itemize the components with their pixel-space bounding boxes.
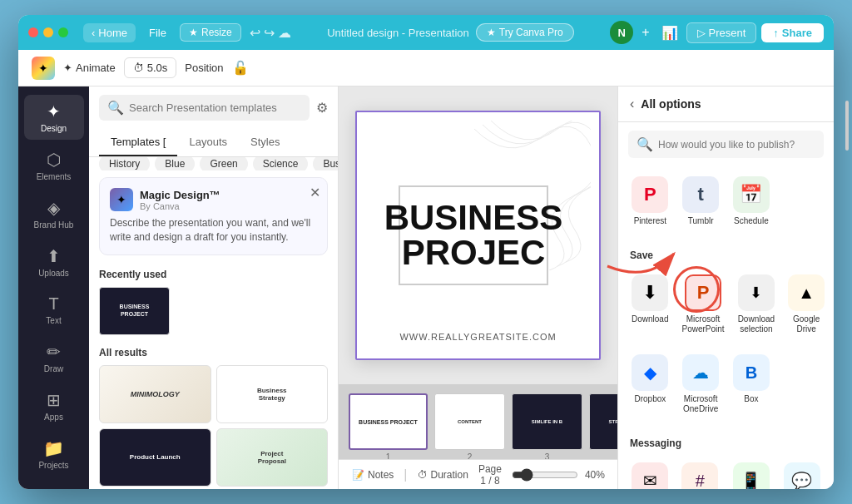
tag-blue[interactable]: Blue	[155, 157, 195, 170]
animate-button[interactable]: ✦ Animate	[63, 62, 116, 74]
pinterest-icon: P	[632, 176, 668, 213]
slide-frame: BUSINESS PROJEC WWW.REALLYGREATSITE.COM	[355, 111, 601, 360]
pub-item-schedule[interactable]: 📅 Schedule	[730, 173, 774, 230]
pub-item-box[interactable]: B Box	[730, 351, 774, 418]
position-button[interactable]: Position	[185, 62, 223, 74]
sidebar-item-text[interactable]: T Text	[24, 288, 84, 332]
template-grid: MINIMOLOGY BusinessStrategy Product Laun…	[89, 362, 338, 489]
pub-item-dropbox[interactable]: ◆ Dropbox	[628, 351, 672, 418]
template-minimalism[interactable]: MINIMOLOGY	[99, 365, 211, 423]
pub-item-pinterest[interactable]: P Pinterest	[628, 173, 672, 230]
strip-slide-3[interactable]: SIMLIFE IN B	[512, 393, 582, 450]
tag-science[interactable]: Science	[253, 157, 309, 170]
pub-item-dl-selection[interactable]: ⬇ Download selection	[735, 271, 778, 338]
pub-item-tumblr[interactable]: t Tumblr	[679, 173, 723, 230]
sidebar-item-brand-hub[interactable]: ◈ Brand Hub	[24, 191, 84, 236]
filter-button[interactable]: ⚙	[316, 100, 328, 116]
back-button[interactable]: ‹	[630, 96, 634, 111]
publish-header: ‹ All options	[618, 86, 834, 122]
publish-title: All options	[641, 97, 701, 111]
present-button[interactable]: ▷ Present	[686, 22, 757, 43]
tab-layouts[interactable]: Layouts	[177, 129, 239, 156]
magic-icon: ✦	[110, 188, 133, 211]
sidebar-item-apps[interactable]: ⊞ Apps	[24, 383, 84, 428]
strip-slide-1[interactable]: BUSINESS PROJECT	[349, 393, 428, 450]
tab-styles[interactable]: Styles	[239, 129, 291, 156]
strip-slide-4[interactable]: STRATEGIES	[589, 393, 617, 450]
slide-content: BUSINESS PROJEC WWW.REALLYGREATSITE.COM	[357, 112, 599, 358]
minimize-button[interactable]	[43, 27, 53, 37]
cloud-button[interactable]: ☁	[278, 25, 291, 41]
titlebar-center: Untitled design - Presentation ★ Try Can…	[298, 23, 604, 42]
slack-icon: #	[681, 462, 718, 489]
slide-title: BUSINESS PROJEC	[384, 200, 563, 270]
recent-template-thumb[interactable]: BUSINESSPROJECT	[99, 287, 170, 335]
imessage-icon: 💬	[784, 462, 820, 489]
notes-button[interactable]: 📝 Notes	[352, 469, 394, 481]
share-button[interactable]: ↑ Share	[761, 23, 824, 42]
duration-button[interactable]: ⏱ Duration	[418, 469, 468, 481]
search-icon: 🔍	[637, 136, 653, 152]
home-button[interactable]: ‹ Home	[83, 23, 136, 42]
email-icon: ✉	[632, 462, 668, 489]
sidebar-item-design[interactable]: ✦ Design	[24, 95, 84, 140]
star-icon: ★	[189, 27, 198, 38]
sidebar-item-elements[interactable]: ⬡ Elements	[24, 143, 84, 188]
save-section-label: Save	[618, 243, 834, 264]
avatar[interactable]: N	[610, 21, 633, 44]
search-wrapper: 🔍	[99, 95, 310, 121]
box-icon: B	[733, 354, 770, 391]
pub-item-powerpoint[interactable]: P Microsoft PowerPoint	[678, 271, 727, 338]
sidebar-item-projects[interactable]: 📁 Projects	[24, 432, 84, 477]
sidebar-item-audio[interactable]: ♪ Audio	[24, 480, 84, 489]
messaging-section-label: Messaging	[618, 431, 834, 452]
pub-item-gdrive[interactable]: ▲ Google Drive	[785, 271, 828, 338]
magic-card-close[interactable]: ✕	[310, 185, 320, 200]
template-business[interactable]: BusinessStrategy	[216, 365, 329, 423]
pub-item-download[interactable]: ⬇ Download	[628, 271, 671, 338]
magic-description: Describe the presentation you want, and …	[110, 216, 317, 245]
slide-box: BUSINESS PROJEC	[399, 185, 548, 285]
strip-slide-2[interactable]: CONTENT	[434, 393, 505, 450]
tag-green[interactable]: Green	[200, 157, 247, 170]
document-title: Untitled design - Presentation	[327, 27, 469, 39]
animate-icon: ✦	[63, 62, 72, 74]
design-icon: ✦	[47, 101, 61, 121]
zoom-slider[interactable]	[512, 468, 578, 482]
tab-templates[interactable]: Templates [	[99, 129, 177, 156]
analytics-button[interactable]: 📊	[658, 22, 681, 44]
canvas-area: BUSINESS PROJEC WWW.REALLYGREATSITE.COM …	[339, 86, 617, 489]
all-results-label: All results	[89, 338, 338, 362]
dl-selection-icon: ⬇	[738, 274, 775, 311]
editor-toolbar: ✦ ✦ Animate ⏱ 5.0s Position 🔓	[18, 50, 834, 86]
template-launch[interactable]: Product Launch	[99, 428, 211, 487]
sidebar-label-draw: Draw	[44, 364, 63, 373]
duration-button[interactable]: ⏱ 5.0s	[124, 57, 177, 78]
pub-item-onedrive[interactable]: ☁ Microsoft OneDrive	[679, 351, 723, 418]
close-button[interactable]	[28, 27, 38, 37]
try-pro-button[interactable]: ★ Try Canva Pro	[476, 23, 574, 42]
resize-button[interactable]: ★ Resize	[180, 23, 241, 42]
sidebar-item-draw[interactable]: ✏ Draw	[24, 335, 84, 380]
tag-history[interactable]: History	[99, 157, 150, 170]
gdrive-icon: ▲	[788, 274, 825, 311]
sidebar-label-brand-hub: Brand Hub	[34, 220, 74, 230]
undo-button[interactable]: ↩	[250, 25, 260, 41]
fullscreen-button[interactable]	[58, 27, 68, 37]
pub-item-slack[interactable]: # Slack	[678, 459, 721, 489]
sidebar-item-uploads[interactable]: ⬆ Uploads	[24, 240, 84, 284]
template-project[interactable]: ProjectProposal	[216, 428, 329, 487]
add-button[interactable]: +	[638, 22, 652, 43]
search-input[interactable]	[129, 101, 301, 114]
pub-item-email[interactable]: ✉ Email	[628, 459, 671, 489]
file-button[interactable]: File	[141, 23, 175, 42]
publish-search-input[interactable]	[658, 139, 815, 151]
canvas-main[interactable]: BUSINESS PROJEC WWW.REALLYGREATSITE.COM	[339, 86, 617, 384]
lock-button[interactable]: 🔓	[232, 60, 249, 76]
pub-item-imessage[interactable]: 💬 iMessage	[780, 459, 824, 489]
pub-item-whatsapp[interactable]: 📱 WhatsApp	[729, 459, 774, 489]
search-icon: 🔍	[107, 100, 124, 116]
redo-button[interactable]: ↪	[264, 25, 275, 41]
magic-subtitle: By Canva	[140, 201, 220, 211]
audio-icon: ♪	[50, 487, 58, 489]
